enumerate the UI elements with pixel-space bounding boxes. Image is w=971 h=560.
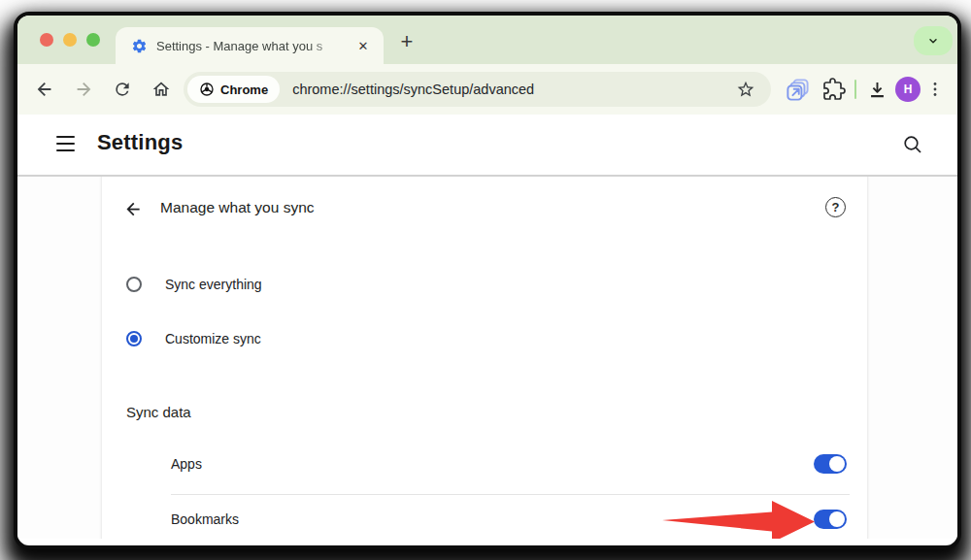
chrome-badge-label: Chrome (220, 82, 268, 97)
zoom-window-button[interactable] (86, 33, 100, 47)
apps-toggle[interactable] (814, 454, 847, 474)
radio-sync-everything[interactable] (126, 277, 142, 292)
omnibox[interactable]: Chrome chrome://settings/syncSetup/advan… (184, 72, 771, 107)
row-divider (171, 494, 850, 495)
subpage-heading: Manage what you sync (160, 199, 315, 216)
tab-settings[interactable]: Settings - Manage what you s ✕ (116, 27, 384, 64)
forward-icon[interactable] (69, 75, 98, 104)
sync-row-label: Apps (171, 456, 202, 472)
minimize-window-button[interactable] (63, 33, 77, 47)
help-icon[interactable]: ? (825, 197, 846, 217)
bookmarks-toggle[interactable] (814, 510, 847, 529)
browser-toolbar: Chrome chrome://settings/syncSetup/advan… (17, 64, 957, 115)
url-text: chrome://settings/syncSetup/advanced (292, 82, 736, 97)
browser-window: Settings - Manage what you s ✕ + (14, 12, 961, 549)
chrome-badge[interactable]: Chrome (187, 76, 280, 103)
back-arrow-icon[interactable] (122, 198, 144, 219)
back-icon[interactable] (30, 75, 59, 104)
gear-favicon-icon (131, 38, 148, 54)
radio-row-sync-everything[interactable]: Sync everything (126, 275, 262, 294)
subpage-header: Manage what you sync ? (102, 190, 867, 229)
close-window-button[interactable] (40, 33, 53, 47)
radio-label: Sync everything (165, 277, 262, 292)
section-label-sync-data: Sync data (126, 404, 191, 420)
download-icon[interactable] (862, 75, 891, 104)
chrome-logo-icon (199, 82, 215, 97)
radio-label: Customize sync (165, 331, 261, 346)
radio-row-customize-sync[interactable]: Customize sync (126, 329, 261, 348)
toolbar-separator (854, 80, 856, 99)
radio-customize-sync[interactable] (126, 331, 142, 346)
side-panel-icon[interactable] (783, 75, 812, 104)
search-icon[interactable] (900, 132, 925, 157)
tab-organize-button[interactable] (914, 26, 953, 55)
chevron-down-icon (925, 33, 941, 49)
screenshot-stage: Settings - Manage what you s ✕ + (0, 0, 971, 560)
macos-traffic-lights (40, 33, 100, 47)
sync-row-label: Bookmarks (171, 511, 239, 527)
hamburger-icon[interactable] (56, 136, 75, 151)
home-icon[interactable] (147, 75, 176, 104)
settings-content: Manage what you sync ? Sync everything C… (17, 177, 957, 539)
bookmark-star-icon[interactable] (736, 80, 755, 99)
red-arrow (662, 500, 816, 539)
extensions-icon[interactable] (820, 75, 849, 104)
sync-row-apps: Apps (171, 452, 847, 476)
tab-title: Settings - Manage what you s (156, 39, 354, 53)
kebab-menu-icon[interactable] (924, 75, 946, 104)
settings-header: Settings (17, 115, 957, 177)
reload-icon[interactable] (108, 75, 137, 104)
page-title: Settings (97, 130, 183, 155)
tab-close-icon[interactable]: ✕ (354, 37, 372, 54)
tab-strip: Settings - Manage what you s ✕ + (17, 16, 957, 64)
new-tab-button[interactable]: + (392, 27, 421, 56)
sync-settings-card: Manage what you sync ? Sync everything C… (102, 177, 867, 539)
profile-avatar[interactable]: H (895, 77, 921, 102)
